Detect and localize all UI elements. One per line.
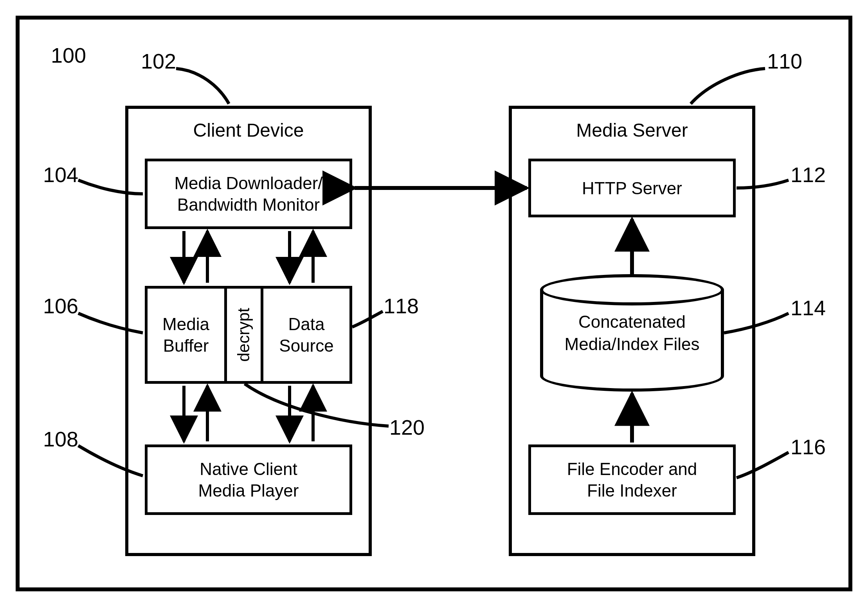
ref-file-encoder: 116 — [791, 435, 826, 459]
ref-native-player: 108 — [43, 427, 78, 451]
client-device-title: Client Device — [188, 119, 309, 141]
http-server-box: HTTP Server — [528, 159, 736, 217]
media-downloader-box: Media Downloader/ Bandwidth Monitor — [145, 159, 352, 229]
ref-client-device: 102 — [141, 49, 176, 73]
file-encoder-box: File Encoder and File Indexer — [528, 444, 736, 515]
media-server-title: Media Server — [571, 119, 693, 141]
data-source-box: Data Source — [261, 286, 352, 384]
ref-media-buffer: 106 — [43, 294, 78, 318]
ref-http-server: 112 — [791, 163, 826, 187]
ref-decrypt: 120 — [389, 415, 425, 439]
concat-files-cylinder: Concatenated Media/Index Files — [540, 274, 724, 392]
ref-data-source: 118 — [384, 294, 419, 318]
ref-system: 100 — [51, 43, 86, 67]
decrypt-box: decrypt — [224, 286, 263, 384]
native-player-box: Native Client Media Player — [145, 444, 352, 515]
media-buffer-box: Media Buffer — [145, 286, 227, 384]
ref-concat-files: 114 — [791, 296, 826, 320]
ref-media-downloader: 104 — [43, 163, 78, 187]
ref-media-server: 110 — [767, 49, 802, 73]
system-diagram: 100 102 104 106 108 110 112 114 116 118 … — [16, 16, 852, 591]
decrypt-label: decrypt — [234, 308, 254, 362]
